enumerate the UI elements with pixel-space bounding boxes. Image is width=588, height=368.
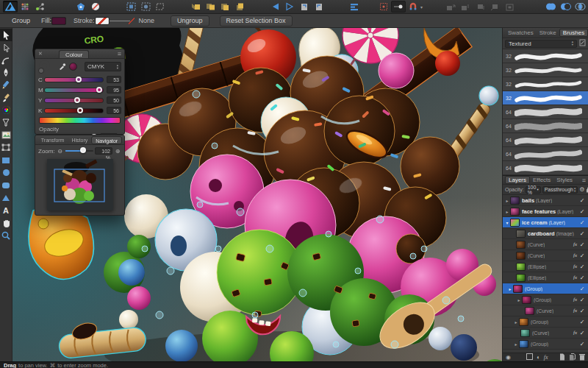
- new-group-icon[interactable]: [569, 353, 576, 362]
- place-image-icon[interactable]: [74, 1, 88, 13]
- yellow-slider[interactable]: [44, 98, 104, 103]
- expand-arrow-icon[interactable]: ▸: [513, 319, 519, 325]
- cyan-value[interactable]: 53: [107, 76, 121, 83]
- move-to-front-icon[interactable]: [487, 1, 502, 13]
- fx-badge[interactable]: fx: [572, 241, 578, 247]
- layer-row-curve[interactable]: (Curve) fx✓: [503, 250, 588, 261]
- zoom-tool-icon[interactable]: [0, 229, 12, 241]
- layer-row-group[interactable]: ▸ (Group) fx✓: [503, 294, 588, 305]
- flip-horizontal-icon[interactable]: [268, 1, 282, 13]
- brush-row[interactable]: 32: [503, 49, 588, 63]
- snapping-options-caret-icon[interactable]: ▾: [420, 4, 423, 10]
- brush-row[interactable]: 64: [503, 133, 588, 147]
- ungroup-button[interactable]: Ungroup: [171, 15, 209, 26]
- layers-menu-icon[interactable]: ≡: [582, 177, 586, 183]
- alignment-icon[interactable]: [347, 1, 362, 13]
- tab-layers[interactable]: Layers: [505, 176, 530, 184]
- layer-row-curve[interactable]: (Curve) fx✓: [503, 305, 588, 316]
- view-hand-tool-icon[interactable]: [0, 216, 12, 229]
- rectangle-tool-icon[interactable]: [0, 154, 12, 166]
- ellipse-tool-icon[interactable]: [0, 166, 12, 179]
- blend-mode-select[interactable]: Passthrough ▴▾: [542, 186, 578, 194]
- tab-styles[interactable]: Styles: [553, 177, 576, 183]
- canvas[interactable]: CRO THING: [12, 28, 502, 361]
- cyan-slider-handle[interactable]: [76, 77, 82, 82]
- transform-origin-icon[interactable]: [376, 1, 391, 13]
- adjustment-layer-icon[interactable]: ◐: [537, 354, 540, 361]
- corner-tool-icon[interactable]: [0, 54, 12, 66]
- cycle-selection-box-icon[interactable]: [391, 1, 406, 13]
- rounded-rectangle-tool-icon[interactable]: [0, 179, 12, 191]
- brush-category-select[interactable]: Textured ▴▾: [505, 40, 577, 48]
- fx-badge[interactable]: fx: [572, 330, 578, 336]
- tab-effects[interactable]: Effects: [530, 177, 553, 183]
- stroke-width-control[interactable]: [110, 18, 135, 24]
- hue-bar[interactable]: [39, 117, 121, 124]
- zoom-in-icon[interactable]: ⊕: [114, 148, 121, 155]
- export-persona-icon[interactable]: [32, 1, 47, 13]
- layer-row-curve[interactable]: (Curve) fx✓: [503, 328, 588, 339]
- fill-tool-icon[interactable]: [0, 104, 12, 116]
- fx-badge[interactable]: fx: [572, 275, 578, 280]
- brush-row[interactable]: 64: [503, 161, 588, 175]
- tab-history[interactable]: History: [68, 136, 91, 144]
- visibility-check-icon[interactable]: ✓: [578, 286, 586, 292]
- zoom-out-icon[interactable]: ⊖: [57, 148, 64, 155]
- delete-layer-icon[interactable]: [579, 353, 585, 362]
- layer-row-ellipse[interactable]: (Ellipse) fx✓: [503, 261, 588, 272]
- layer-options-gear-icon[interactable]: ⚙: [579, 186, 584, 193]
- visibility-check-icon[interactable]: ✓: [578, 319, 586, 325]
- close-icon[interactable]: ✕: [38, 51, 43, 57]
- navigator-thumbnail[interactable]: [47, 159, 113, 210]
- brush-row[interactable]: 64: [503, 105, 588, 119]
- boolean-add-icon[interactable]: [543, 1, 558, 13]
- move-backward-icon[interactable]: [458, 1, 473, 13]
- visibility-check-icon[interactable]: ✓: [578, 308, 586, 314]
- mask-layer-icon[interactable]: [526, 353, 533, 361]
- insert-in-front-icon[interactable]: [203, 1, 218, 13]
- tab-transform[interactable]: Transform: [37, 136, 68, 144]
- visibility-check-icon[interactable]: ✓: [578, 263, 586, 270]
- move-forward-icon[interactable]: [473, 1, 487, 13]
- visibility-check-icon[interactable]: ✓: [578, 252, 586, 259]
- zoom-slider[interactable]: [65, 150, 93, 152]
- group-button[interactable]: Group: [5, 15, 37, 26]
- layer-row-ice-cream[interactable]: ▾ ice cream(Layer) ✓: [503, 217, 588, 228]
- colour-mode-select[interactable]: CMYK ▴▾: [85, 62, 121, 71]
- magenta-slider-handle[interactable]: [96, 87, 102, 93]
- rotate-ccw-icon[interactable]: [297, 1, 312, 13]
- visibility-check-icon[interactable]: ✓: [578, 330, 586, 336]
- black-slider-handle[interactable]: [77, 107, 83, 113]
- fx-badge[interactable]: fx: [572, 308, 578, 314]
- zoom-value[interactable]: 102 %: [95, 147, 112, 155]
- brush-row-selected[interactable]: 32: [503, 91, 588, 105]
- selection-box-icon[interactable]: [123, 1, 138, 13]
- brush-row[interactable]: 32: [503, 63, 588, 77]
- frame-tool-icon[interactable]: [0, 141, 12, 154]
- fx-badge[interactable]: fx: [572, 297, 578, 302]
- fx-badge[interactable]: fx: [572, 263, 578, 269]
- snapping-icon[interactable]: [406, 1, 420, 13]
- brush-row[interactable]: 32: [503, 77, 588, 91]
- flip-vertical-icon[interactable]: [282, 1, 297, 13]
- fx-badge[interactable]: fx: [572, 252, 578, 258]
- boolean-subtract-icon[interactable]: [558, 1, 573, 13]
- move-tool-icon[interactable]: [0, 29, 12, 41]
- zoom-slider-handle[interactable]: [80, 147, 86, 153]
- transparency-tool-icon[interactable]: [0, 116, 12, 129]
- colour-wheel-icon[interactable]: [38, 60, 53, 74]
- layer-effects-icon[interactable]: fx: [544, 354, 548, 361]
- visibility-check-icon[interactable]: ✓: [578, 197, 586, 204]
- new-layer-icon[interactable]: [559, 353, 565, 362]
- layer-row-balls[interactable]: ▸ balls(Layer) ✓: [503, 195, 588, 206]
- rotate-cw-icon[interactable]: [312, 1, 326, 13]
- visibility-check-icon[interactable]: ✓: [578, 241, 586, 248]
- edit-all-layers-icon[interactable]: ◉: [506, 354, 511, 361]
- visibility-check-icon[interactable]: ✓: [578, 208, 586, 215]
- insert-behind-icon[interactable]: [188, 1, 203, 13]
- layer-row-cardboard[interactable]: cardboard(Image) ✓: [503, 228, 588, 239]
- text-tool-icon[interactable]: A: [0, 204, 12, 216]
- black-value[interactable]: 56: [107, 107, 121, 114]
- pen-tool-icon[interactable]: [0, 66, 12, 79]
- visibility-check-icon[interactable]: ✓: [578, 341, 586, 347]
